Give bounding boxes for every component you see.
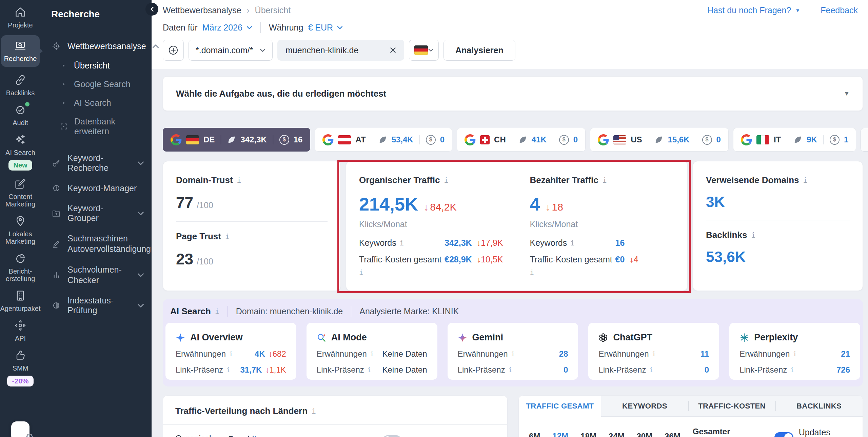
- nav-group-label: Wettbewerbsanalyse: [67, 41, 146, 51]
- nav-group-indexstatus-pruefung[interactable]: Indexstatus-Prüfung: [51, 291, 144, 320]
- organic-keywords-row: Keywords i 342,3K ↓17,9K: [359, 238, 504, 248]
- info-icon[interactable]: i: [237, 176, 241, 184]
- info-icon[interactable]: i: [226, 366, 230, 374]
- target-icon: [51, 41, 61, 51]
- breadcrumb-parent[interactable]: Wettbewerbsanalyse: [163, 5, 241, 15]
- app-root: Projekte Recherche Backlinks Audit: [0, 0, 868, 437]
- domain-input[interactable]: [285, 45, 385, 56]
- period-24m[interactable]: 24M: [609, 432, 625, 437]
- info-icon[interactable]: i: [359, 269, 363, 277]
- info-icon[interactable]: i: [511, 350, 515, 358]
- nav-group-keyword-manager[interactable]: Keyword-Manager: [51, 178, 144, 198]
- nav-group-label: Suchvolumen-Checker: [67, 264, 131, 285]
- country-flag-select[interactable]: [409, 40, 439, 61]
- sidebar-item-audit[interactable]: Audit: [1, 103, 40, 126]
- nav-group-suchvolumen-checker[interactable]: Suchvolumen-Checker: [51, 259, 144, 291]
- currency-select[interactable]: € EUR: [308, 23, 343, 33]
- help-link[interactable]: Hast du noch Fragen? ▼: [707, 5, 800, 15]
- tab-backlinks[interactable]: BACKLINKS: [775, 396, 863, 417]
- traffic-cost-delta: ↓10,5K: [477, 255, 503, 264]
- tab-traffic-gesamt[interactable]: TRAFFIC GESAMT: [519, 396, 601, 417]
- nav-subitem-ai-search[interactable]: AI Search: [51, 94, 144, 112]
- tab-organisch[interactable]: Organisch: [175, 434, 214, 437]
- period-6m[interactable]: 6M: [529, 432, 540, 437]
- sidebar-collapse-button[interactable]: [145, 3, 158, 16]
- country-tab-at[interactable]: AT 53,4K $ 0: [315, 128, 452, 152]
- country-tab-de[interactable]: DE 342,3K $ 16: [163, 128, 310, 152]
- period-selector: 6M 12M 18M 24M 30M 36M Gesamter Zeitraum…: [529, 427, 852, 437]
- nav-subitem-google-search[interactable]: Google Search: [51, 75, 144, 94]
- clear-input-icon[interactable]: [389, 46, 397, 54]
- updates-toggle[interactable]: [774, 432, 793, 437]
- info-icon[interactable]: i: [803, 176, 808, 184]
- sidebar-item-api[interactable]: API: [1, 319, 40, 342]
- info-icon[interactable]: i: [370, 350, 374, 358]
- period-12m[interactable]: 12M: [552, 431, 568, 437]
- tab-bezahlt[interactable]: Bezahlt: [228, 434, 256, 437]
- info-icon[interactable]: i: [649, 366, 653, 374]
- plus-circle-icon: [168, 45, 178, 55]
- pencil-icon: [51, 239, 61, 249]
- traffic-by-country-card: Traffic-Verteilung nach Ländern i Organi…: [163, 395, 508, 437]
- info-icon[interactable]: i: [229, 350, 233, 358]
- sidebar-item-smm[interactable]: SMM -20%: [1, 349, 40, 386]
- period-36m[interactable]: 36M: [665, 432, 680, 437]
- sidebar-item-ai-search[interactable]: AI Search New: [1, 133, 40, 171]
- info-icon[interactable]: i: [790, 366, 794, 374]
- country-tab-ch[interactable]: CH 41K $ 0: [457, 128, 586, 152]
- paid-traffic-unit: Klicks/Monat: [530, 219, 675, 229]
- info-icon[interactable]: i: [400, 239, 404, 247]
- nav-subitem-uebersicht[interactable]: Übersicht: [51, 56, 144, 75]
- info-icon[interactable]: i: [652, 350, 656, 358]
- keywords-value: 16: [615, 238, 625, 248]
- nav-group-suchmaschinen-autovervollstaendigung[interactable]: Suchmaschinen-Autovervollständigung: [51, 228, 144, 259]
- sidebar-item-backlinks[interactable]: Backlinks: [1, 73, 40, 97]
- domain-pattern-select[interactable]: *.domain.com/*: [189, 40, 273, 61]
- nav-subitem-datenbank-erweitern[interactable]: Datenbank erweitern: [51, 112, 144, 141]
- info-icon[interactable]: i: [570, 239, 574, 247]
- info-icon[interactable]: i: [225, 232, 230, 241]
- ai-card-name: ChatGPT: [613, 332, 652, 343]
- task-select[interactable]: Wähle die Aufgabe aus, die du erledigen …: [163, 76, 863, 111]
- nav-group-keyword-recherche[interactable]: Keyword-Recherche: [51, 148, 144, 178]
- sidebar-item-agenturpaket[interactable]: Agenturpaket: [1, 289, 40, 312]
- tab-label: TRAFFIC-KOSTEN: [698, 402, 766, 411]
- add-competitor-button[interactable]: [163, 40, 184, 61]
- sidebar-item-lokales-marketing[interactable]: Lokales Marketing: [1, 214, 40, 245]
- tab-keywords[interactable]: KEYWORDS: [601, 396, 688, 417]
- info-icon[interactable]: i: [508, 366, 512, 374]
- sidebar-item-content-marketing[interactable]: Content Marketing: [1, 177, 40, 208]
- paid-dollar-icon: $: [559, 135, 569, 145]
- sidebar-item-recherche[interactable]: Recherche: [1, 35, 40, 67]
- info-icon[interactable]: i: [215, 307, 219, 316]
- info-icon[interactable]: i: [530, 269, 534, 277]
- gear-icon[interactable]: ⚙: [25, 432, 34, 437]
- info-icon[interactable]: i: [367, 366, 371, 374]
- info-icon[interactable]: i: [793, 350, 797, 358]
- period-18m[interactable]: 18M: [580, 432, 596, 437]
- sidebar-item-projekte[interactable]: Projekte: [1, 5, 40, 29]
- period-30m[interactable]: 30M: [636, 432, 652, 437]
- feedback-link[interactable]: Feedback: [821, 5, 858, 15]
- tab-traffic-kosten[interactable]: TRAFFIC-KOSTEN: [688, 396, 775, 417]
- country-tab-us[interactable]: US 15,6K $ 0: [590, 128, 729, 152]
- country-tab-it[interactable]: IT 9K $ 1: [733, 128, 856, 152]
- delta-value: 4: [634, 255, 638, 264]
- domain-input-wrapper: [277, 40, 404, 61]
- analyze-button[interactable]: Analysieren: [443, 40, 515, 61]
- chat-widget-button[interactable]: ⚙: [11, 421, 29, 437]
- date-select[interactable]: März 2026: [202, 23, 252, 33]
- info-icon[interactable]: i: [312, 407, 316, 415]
- continents-toggle[interactable]: [382, 435, 401, 437]
- period-gesamt[interactable]: Gesamter Zeitraum: [693, 427, 762, 437]
- keywords-delta: ↓17,9K: [477, 238, 503, 248]
- nav-group-wettbewerbsanalyse[interactable]: Wettbewerbsanalyse: [51, 36, 144, 56]
- pie-chart-icon: [14, 252, 27, 265]
- info-icon[interactable]: i: [444, 176, 448, 184]
- sidebar-item-berichterstellung[interactable]: Bericht-erstellung: [1, 252, 40, 282]
- nav-group-keyword-grouper[interactable]: Keyword-Grouper: [51, 198, 144, 228]
- info-icon[interactable]: i: [751, 231, 755, 239]
- more-countries-select[interactable]: Mehr: [861, 128, 868, 152]
- info-icon[interactable]: i: [603, 176, 607, 184]
- traffic-card: Organischer Traffic i 214,5K ↓ 84,2K Kl: [346, 161, 688, 291]
